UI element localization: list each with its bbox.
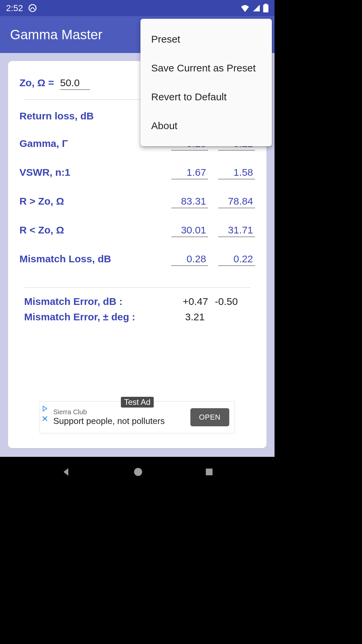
result-value: 3.21 xyxy=(155,311,255,323)
row-label: Gamma, Γ xyxy=(19,138,68,149)
menu-item-save-preset[interactable]: Save Current as Preset xyxy=(140,54,272,83)
row-value-a[interactable]: 0.28 xyxy=(171,252,208,266)
adchoices-icon[interactable] xyxy=(41,405,49,414)
result-value-pos: +0.47 xyxy=(165,296,208,307)
menu-item-revert-default[interactable]: Revert to Default xyxy=(140,83,272,111)
zo-input[interactable]: 50.0 xyxy=(60,77,90,90)
row-value-b[interactable]: 0.22 xyxy=(218,252,255,266)
row-value-a[interactable]: 1.67 xyxy=(171,165,208,179)
svg-rect-2 xyxy=(264,4,267,5)
result-mismatch-error-deg: Mismatch Error, ± deg : 3.21 xyxy=(19,309,255,325)
row-value-a[interactable]: 83.31 xyxy=(171,194,208,208)
svg-rect-1 xyxy=(263,5,268,12)
do-not-disturb-icon xyxy=(28,3,37,13)
row-label: R > Zo, Ω xyxy=(19,196,64,207)
result-label: Mismatch Error, ± deg : xyxy=(24,311,155,323)
row-mismatch-loss: Mismatch Loss, dB 0.28 0.22 xyxy=(19,252,255,266)
svg-rect-4 xyxy=(206,469,213,475)
zo-label: Zo, Ω = xyxy=(19,77,54,89)
svg-point-3 xyxy=(134,468,142,476)
ad-title: Sierra Club xyxy=(53,408,190,416)
menu-item-preset[interactable]: Preset xyxy=(140,25,272,54)
row-label: Return loss, dB xyxy=(19,110,94,122)
ad-subtitle: Support people, not polluters xyxy=(53,416,190,426)
status-bar: 2:52 xyxy=(0,0,275,16)
nav-recent-icon[interactable] xyxy=(204,467,214,478)
ad-badge: Test Ad xyxy=(121,397,154,408)
result-mismatch-error-db: Mismatch Error, dB : +0.47 -0.50 xyxy=(19,294,255,309)
row-label: Mismatch Loss, dB xyxy=(19,253,111,265)
row-label: VSWR, n:1 xyxy=(19,167,70,178)
nav-home-icon[interactable] xyxy=(133,467,143,479)
close-ad-icon[interactable] xyxy=(41,415,49,424)
ad-banner[interactable]: Test Ad Sierra Club Support people, not … xyxy=(40,401,235,433)
nav-bar xyxy=(0,457,275,488)
app-title: Gamma Master xyxy=(10,27,103,42)
wifi-icon xyxy=(240,4,250,12)
row-value-b[interactable]: 78.84 xyxy=(218,194,255,208)
result-value-neg: -0.50 xyxy=(215,296,255,307)
ad-open-button[interactable]: OPEN xyxy=(190,408,229,426)
row-r-gt-zo: R > Zo, Ω 83.31 78.84 xyxy=(19,194,255,208)
row-value-b[interactable]: 1.58 xyxy=(218,165,255,179)
row-vswr: VSWR, n:1 1.67 1.58 xyxy=(19,165,255,179)
row-value-b[interactable]: 31.71 xyxy=(218,223,255,237)
divider xyxy=(24,287,250,288)
overflow-menu: Preset Save Current as Preset Revert to … xyxy=(140,19,272,146)
status-clock: 2:52 xyxy=(6,3,23,13)
row-value-a[interactable]: 30.01 xyxy=(171,223,208,237)
nav-back-icon[interactable] xyxy=(61,466,72,479)
result-label: Mismatch Error, dB : xyxy=(24,296,165,307)
row-label: R < Zo, Ω xyxy=(19,224,64,236)
row-r-lt-zo: R < Zo, Ω 30.01 31.71 xyxy=(19,223,255,237)
menu-item-about[interactable]: About xyxy=(140,111,272,140)
signal-icon xyxy=(252,4,260,12)
battery-icon xyxy=(263,4,268,12)
